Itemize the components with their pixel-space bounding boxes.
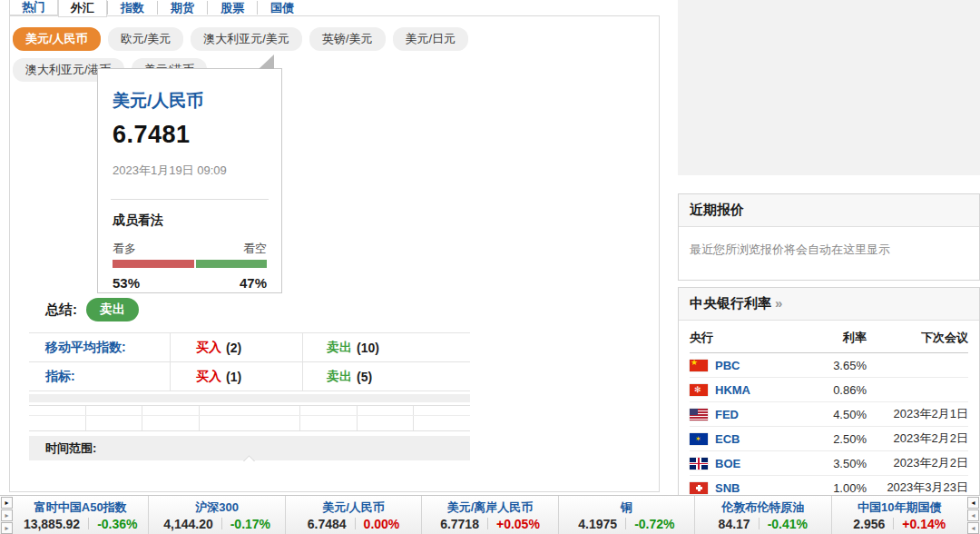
sell-count: (10) [357, 341, 379, 355]
recent-quotes-box: 近期报价 最近您所浏览报价将会自动在这里显示 [678, 193, 980, 281]
market-tab-label: 外汇 [71, 0, 94, 16]
market-tab[interactable]: 股票 [207, 1, 257, 15]
bank-link[interactable]: PBC [715, 359, 740, 372]
ticker-change-percent: -0.72% [634, 517, 674, 531]
bank-cell: HKMA [690, 383, 827, 397]
ticker-instrument-link[interactable]: 美元/离岸人民币 [447, 499, 534, 516]
bank-next-meeting: 2023年2月2日 [867, 455, 968, 471]
pivot-value-cell [29, 416, 86, 430]
ticker-instrument-link[interactable]: 伦敦布伦特原油 [721, 499, 804, 516]
pivot-header-cell [300, 406, 358, 415]
signal-name-link[interactable]: 指标: [29, 362, 171, 391]
ticker-expand-icon[interactable] [1, 497, 13, 509]
ticker-change-percent: -0.41% [768, 517, 808, 531]
recent-quotes-title: 近期报价 [679, 194, 979, 227]
market-tab[interactable]: 期货 [157, 1, 207, 15]
ticker-instrument-link[interactable]: 中国10年期国债 [858, 499, 941, 516]
ticker-item: 铜 4.1975 -0.72% [559, 496, 695, 534]
bank-link[interactable]: SNB [715, 481, 740, 495]
bank-rate: 3.65% [827, 359, 867, 372]
pivot-value-cell [358, 416, 415, 430]
pivot-header-cell [200, 406, 301, 415]
bull-percent: 53% [113, 275, 140, 291]
market-tab[interactable]: 国债 [257, 1, 307, 15]
signal-row: 指标: 买入 (1) 卖出 (5) [29, 362, 470, 391]
flag-icon [690, 360, 708, 371]
bank-link[interactable]: ECB [715, 432, 740, 446]
buy-count: (1) [226, 370, 241, 384]
ticker-divider [88, 518, 89, 529]
ticker-item: 富时中国A50指数 13,885.92 -0.36% [13, 496, 149, 534]
ticker-instrument-link[interactable]: 沪深300 [195, 499, 239, 516]
bank-next-meeting: 2023年2月2日 [867, 430, 968, 447]
pair-pill-label: 欧元/美元 [121, 32, 172, 45]
ticker-divider [893, 518, 894, 529]
bank-rate: 3.50% [827, 457, 867, 470]
col-next-meeting: 下次会议 [867, 330, 968, 346]
flag-icon [690, 482, 708, 494]
signal-row: 移动平均指数: 买入 (2) 卖出 (10) [29, 333, 470, 362]
popover-arrow-icon [259, 54, 274, 69]
sentiment-bar [113, 260, 267, 268]
ticker-scroll-left-icon[interactable] [1, 522, 13, 534]
bank-rate: 1.00% [827, 481, 867, 495]
ticker-scroll-left-icon[interactable] [1, 509, 13, 521]
central-bank-title: 中央银行利率 [690, 295, 771, 311]
central-bank-header: 中央银行利率» [679, 288, 979, 321]
ticker-change-percent: +0.05% [496, 517, 540, 531]
ticker-change-percent: +0.14% [902, 517, 946, 531]
central-bank-row: PBC 3.65% [690, 353, 968, 378]
central-bank-rows: PBC 3.65% HKMA 0.86% [690, 353, 968, 500]
pair-pill[interactable]: 欧元/美元 [108, 27, 184, 51]
ticker-change-percent: 0.00% [364, 517, 400, 531]
ticker-last-price: 13,885.92 [24, 517, 80, 531]
pair-pill-label: 美元/人民币 [25, 32, 88, 45]
bull-label: 看多 [113, 241, 136, 257]
bank-link[interactable]: FED [715, 408, 739, 421]
pair-pill[interactable]: 澳大利亚元/美元 [191, 27, 302, 51]
sentiment-percentages: 53% 47% [113, 275, 267, 291]
pivot-table [29, 405, 470, 431]
sell-count: (5) [357, 370, 372, 384]
ticker-instrument-link[interactable]: 富时中国A50指数 [34, 499, 127, 516]
ticker-scroll-right-icon[interactable] [967, 522, 979, 534]
ticker-last-price: 2.956 [853, 517, 885, 531]
pair-pill[interactable]: 美元/人民币 [13, 27, 101, 51]
ticker-instrument-link[interactable]: 美元/人民币 [322, 499, 385, 516]
ticker-instrument-link[interactable]: 铜 [621, 499, 632, 516]
central-bank-row: FED 4.50% 2023年2月1日 [690, 402, 968, 427]
ticker-collapse-icon[interactable] [967, 497, 979, 509]
pair-pill-label: 澳大利亚元/美元 [203, 32, 289, 45]
ticker-divider [625, 518, 626, 529]
market-tab[interactable]: 外汇 [58, 0, 107, 17]
market-tab[interactable]: 指数 [107, 1, 157, 15]
bear-label: 看空 [243, 241, 267, 257]
pivot-header-cell [358, 406, 415, 415]
pair-pill[interactable]: 美元/日元 [393, 27, 469, 51]
ticker-scroll-right-icon[interactable] [967, 509, 979, 521]
ticker-last-price: 6.7718 [440, 517, 479, 531]
market-tabs: 热门 外汇 指数 期货 股票 国债 [9, 0, 307, 15]
bank-rate: 2.50% [827, 432, 867, 446]
more-link[interactable]: » [775, 295, 782, 311]
ticker-values: 4,144.20 -0.17% [163, 517, 270, 531]
bank-link[interactable]: HKMA [715, 383, 750, 397]
col-rate: 利率 [827, 330, 867, 346]
bank-link[interactable]: BOE [715, 457, 740, 470]
summary-badge: 卖出 [86, 298, 139, 321]
ticker-values: 6.7718 +0.05% [440, 517, 540, 531]
timeframe-bar: 时间范围: [29, 436, 470, 460]
summary-row: 总结: 卖出 [29, 293, 470, 332]
pair-pill[interactable]: 英镑/美元 [309, 27, 386, 51]
technical-analysis: 总结: 卖出 移动平均指数: 买入 (2) 卖出 (10) [29, 293, 470, 460]
pivot-value-cell [86, 416, 143, 430]
signal-name-link[interactable]: 移动平均指数: [29, 333, 171, 361]
pivot-values-row [29, 416, 470, 430]
central-bank-column-headers: 央行 利率 下次会议 [690, 321, 968, 353]
market-tab[interactable]: 热门 [9, 0, 58, 15]
quote-title-link[interactable]: 美元/人民币 [113, 89, 269, 113]
recent-quotes-empty-text: 最近您所浏览报价将会自动在这里显示 [679, 227, 979, 280]
bank-next-meeting: 2023年3月23日 [867, 480, 968, 496]
quote-popover: 美元/人民币 6.7481 2023年1月19日 09:09 成员看法 看多 看… [97, 68, 282, 293]
market-tab-label: 国债 [270, 0, 294, 16]
